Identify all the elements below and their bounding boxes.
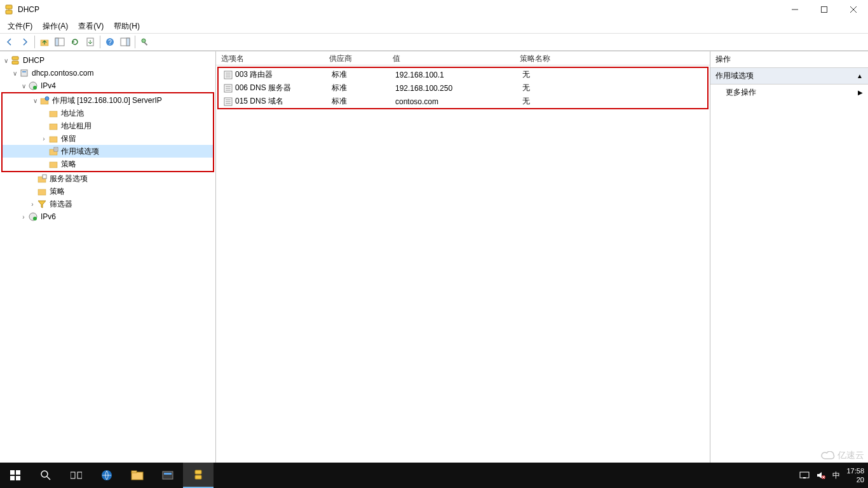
svg-rect-50 <box>10 470 15 475</box>
action-pane-button[interactable] <box>118 35 132 49</box>
option-icon <box>224 71 233 79</box>
tree-label: 服务器选项 <box>50 173 88 184</box>
list-row[interactable]: 003 路由器 标准 192.168.100.1 无 <box>219 68 707 81</box>
clock-date: 20 <box>846 475 864 484</box>
up-button[interactable] <box>37 35 51 49</box>
tree-node-filters[interactable]: › 筛选器 <box>0 198 215 210</box>
list-header[interactable]: 选项名 供应商 值 策略名称 <box>216 51 710 65</box>
collapse-icon[interactable]: ▲ <box>857 72 863 79</box>
list-row[interactable]: 006 DNS 服务器 标准 192.168.100.250 无 <box>219 81 707 95</box>
actions-header[interactable]: 作用域选项 ▲ <box>710 68 868 85</box>
col-option[interactable]: 选项名 <box>216 51 324 65</box>
tree-node-server[interactable]: ∨ dhcp.contoso.com <box>0 67 215 79</box>
expand-icon[interactable]: ∨ <box>31 97 39 104</box>
tree-node-leases[interactable]: 地址租用 <box>3 119 213 132</box>
minimize-button[interactable] <box>780 0 810 19</box>
folder-icon <box>48 121 58 131</box>
expand-icon[interactable]: › <box>28 201 37 208</box>
cell-vendor: 标准 <box>332 96 347 107</box>
tree-node-server-policies[interactable]: 策略 <box>0 185 215 198</box>
expand-icon[interactable]: ∨ <box>10 70 19 77</box>
titlebar: DHCP <box>0 0 868 19</box>
expand-icon[interactable]: ∨ <box>1 57 10 64</box>
sound-icon[interactable] <box>816 471 826 480</box>
tree-node-ipv6[interactable]: › IPv6 <box>0 210 215 223</box>
svg-rect-64 <box>195 475 201 479</box>
tree-node-reservations[interactable]: › 保留 <box>3 132 213 145</box>
folder-icon <box>48 159 58 169</box>
show-hide-tree-button[interactable] <box>53 35 67 49</box>
expand-icon[interactable]: › <box>39 135 48 142</box>
svg-rect-25 <box>50 111 57 117</box>
ime-indicator[interactable]: 中 <box>832 470 840 481</box>
task-server-manager[interactable] <box>153 463 183 488</box>
tree-pane[interactable]: ∨ DHCP ∨ dhcp.contoso.com ∨ IPv4 ∨ 作用域 [… <box>0 51 216 463</box>
tree-node-address-pool[interactable]: 地址池 <box>3 107 213 119</box>
menu-view[interactable]: 查看(V) <box>73 20 109 33</box>
tree-node-server-options[interactable]: 服务器选项 <box>0 172 215 185</box>
expand-icon[interactable]: ∨ <box>19 83 28 90</box>
menu-action[interactable]: 操作(A) <box>37 20 73 33</box>
search-button[interactable] <box>31 463 61 488</box>
menu-file[interactable]: 文件(F) <box>3 20 37 33</box>
svg-point-22 <box>33 86 37 90</box>
task-dhcp[interactable] <box>183 463 214 488</box>
svg-rect-17 <box>12 57 18 60</box>
svg-rect-26 <box>50 124 57 130</box>
system-tray[interactable]: 中 17:58 20 <box>799 466 868 484</box>
tree-node-ipv4[interactable]: ∨ IPv4 <box>0 79 215 92</box>
tree-node-dhcp[interactable]: ∨ DHCP <box>0 54 215 67</box>
menu-help[interactable]: 帮助(H) <box>109 20 145 33</box>
cell-option: 006 DNS 服务器 <box>235 83 291 93</box>
properties-button[interactable] <box>138 35 152 49</box>
svg-rect-16 <box>144 42 148 46</box>
svg-rect-9 <box>55 38 58 46</box>
task-ie[interactable] <box>92 463 122 488</box>
refresh-button[interactable] <box>68 35 82 49</box>
tree-node-scope[interactable]: ∨ 作用域 [192.168.100.0] ServerIP <box>3 94 213 107</box>
option-icon <box>224 84 233 93</box>
task-explorer[interactable] <box>122 463 153 488</box>
col-vendor[interactable]: 供应商 <box>324 51 388 65</box>
svg-rect-56 <box>71 472 75 478</box>
actions-more-label: 更多操作 <box>726 87 756 98</box>
cell-option: 003 路由器 <box>235 69 273 80</box>
task-view-button[interactable] <box>61 463 92 488</box>
svg-rect-0 <box>6 5 12 9</box>
workarea: ∨ DHCP ∨ dhcp.contoso.com ∨ IPv4 ∨ 作用域 [… <box>0 51 868 463</box>
app-icon <box>4 4 14 15</box>
list-body[interactable]: 003 路由器 标准 192.168.100.1 无 006 DNS 服务器 标… <box>216 65 710 463</box>
highlight-box-options: 003 路由器 标准 192.168.100.1 无 006 DNS 服务器 标… <box>217 67 709 109</box>
list-row[interactable]: 015 DNS 域名 标准 contoso.com 无 <box>219 95 707 108</box>
clock[interactable]: 17:58 20 <box>846 466 864 484</box>
maximize-button[interactable] <box>810 0 839 19</box>
taskbar[interactable]: 中 17:58 20 <box>0 463 868 488</box>
scope-icon <box>39 95 50 105</box>
tree-label: 筛选器 <box>50 199 72 210</box>
network-icon[interactable] <box>799 471 810 480</box>
forward-button[interactable] <box>18 35 32 49</box>
svg-text:?: ? <box>108 39 112 46</box>
col-policy[interactable]: 策略名称 <box>515 51 578 65</box>
cell-value: 192.168.100.1 <box>395 71 444 79</box>
svg-rect-19 <box>21 70 27 76</box>
svg-rect-14 <box>126 38 130 46</box>
help-button[interactable]: ? <box>103 35 117 49</box>
window-title: DHCP <box>18 5 780 14</box>
export-list-button[interactable] <box>83 35 97 49</box>
svg-point-37 <box>33 217 37 220</box>
expand-icon[interactable]: › <box>19 214 28 220</box>
tree-node-scope-options[interactable]: 作用域选项 <box>3 145 213 158</box>
cell-vendor: 标准 <box>332 83 347 93</box>
tree-node-policies[interactable]: 策略 <box>3 158 213 170</box>
highlight-box-scope: ∨ 作用域 [192.168.100.0] ServerIP 地址池 地址租用 … <box>1 92 214 172</box>
start-button[interactable] <box>0 463 31 488</box>
back-button[interactable] <box>3 35 17 49</box>
svg-rect-51 <box>16 470 20 475</box>
close-button[interactable] <box>839 0 868 19</box>
svg-rect-59 <box>132 472 143 480</box>
cell-value: contoso.com <box>395 97 438 106</box>
actions-more[interactable]: 更多操作 ▶ <box>710 85 868 100</box>
svg-rect-63 <box>195 470 201 474</box>
col-value[interactable]: 值 <box>388 51 515 65</box>
